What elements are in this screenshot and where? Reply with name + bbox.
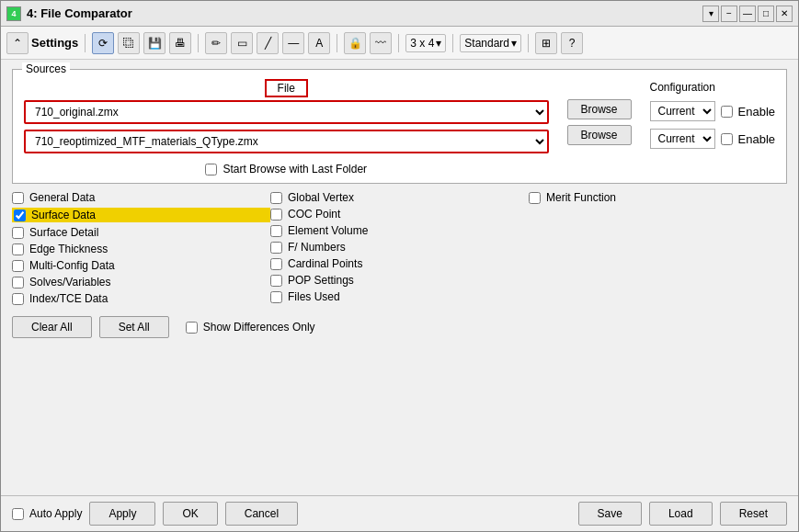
pop-settings-checkbox[interactable] — [270, 275, 282, 287]
global-vertex-checkbox[interactable] — [270, 192, 282, 204]
sep5 — [452, 34, 453, 52]
edge-thickness-checkbox[interactable] — [12, 243, 24, 255]
cb-general-data: General Data — [12, 191, 270, 204]
solves-variables-checkbox[interactable] — [12, 277, 24, 289]
toolbar-save-icon[interactable]: 💾 — [143, 32, 166, 54]
file1-wrapper: 710_original.zmx — [24, 100, 549, 124]
file-section-label: File — [265, 79, 308, 97]
start-browse-checkbox[interactable] — [205, 164, 217, 175]
index-tce-checkbox[interactable] — [12, 293, 24, 305]
set-all-button[interactable]: Set All — [99, 316, 169, 338]
element-volume-checkbox[interactable] — [270, 225, 282, 237]
auto-apply-container: Auto Apply — [12, 507, 82, 520]
config-row-1: Current Enable — [650, 101, 775, 121]
sources-inner: File 710_original.zmx — [24, 81, 775, 175]
cb-files-used: Files Used — [270, 290, 529, 303]
config-section: Configuration Current Enable Current — [650, 81, 775, 175]
f-numbers-label: F/ Numbers — [288, 241, 346, 254]
cb-surface-data: Surface Data — [12, 208, 270, 222]
toolbar-grid-view-icon[interactable]: ⊞ — [535, 32, 557, 54]
f-numbers-checkbox[interactable] — [270, 242, 282, 254]
toolbar-rect-icon[interactable]: ▭ — [231, 32, 253, 54]
cb-element-volume: Element Volume — [270, 224, 529, 237]
start-browse-row: Start Browse with Last Folder — [205, 163, 367, 175]
save-button[interactable]: Save — [578, 502, 642, 526]
toolbar-lock-icon[interactable]: 🔒 — [344, 32, 366, 54]
file2-select[interactable]: 710_reoptimized_MTF_materials_QType.zmx — [26, 131, 547, 152]
cardinal-points-label: Cardinal Points — [288, 257, 362, 270]
toolbar: ⌃ Settings ⟳ ⿻ 💾 🖶 ✏ ▭ ╱ — A 🔒 〰 3 x 4 ▾… — [1, 27, 798, 60]
global-vertex-label: Global Vertex — [288, 191, 354, 204]
multi-config-checkbox[interactable] — [12, 260, 24, 272]
load-button[interactable]: Load — [649, 502, 713, 526]
auto-apply-checkbox[interactable] — [12, 508, 24, 520]
surface-detail-checkbox[interactable] — [12, 227, 24, 239]
buttons-row: Clear All Set All Show Differences Only — [12, 316, 787, 338]
toolbar-wave-icon[interactable]: 〰 — [370, 32, 392, 54]
coc-point-checkbox[interactable] — [270, 209, 282, 221]
general-data-checkbox[interactable] — [12, 192, 24, 204]
grid-label: 3 x 4 — [410, 37, 434, 50]
multi-config-label: Multi-Config Data — [29, 259, 115, 272]
maximize-button[interactable]: □ — [758, 6, 774, 22]
checkbox-col-3: Merit Function — [529, 191, 787, 305]
show-diff-checkbox[interactable] — [186, 322, 198, 334]
unpin-button[interactable]: − — [721, 6, 737, 22]
cb-multi-config: Multi-Config Data — [12, 259, 270, 272]
cb-index-tce: Index/TCE Data — [12, 292, 270, 305]
enable2-checkbox[interactable] — [721, 133, 733, 145]
config2-select[interactable]: Current — [650, 129, 715, 149]
minimize-button[interactable]: — — [739, 6, 756, 22]
merit-function-checkbox[interactable] — [529, 192, 541, 204]
files-used-checkbox[interactable] — [270, 291, 282, 303]
cb-surface-detail: Surface Detail — [12, 226, 270, 239]
sep6 — [528, 34, 529, 52]
window-title: 4: File Comparator — [27, 6, 132, 20]
surface-data-checkbox[interactable] — [14, 209, 26, 221]
cardinal-points-checkbox[interactable] — [270, 258, 282, 270]
cb-cardinal-points: Cardinal Points — [270, 257, 529, 270]
browse2-button[interactable]: Browse — [567, 125, 632, 145]
cb-edge-thickness: Edge Thickness — [12, 243, 270, 255]
titlebar-controls: ▾ − — □ ✕ — [702, 6, 793, 22]
apply-button[interactable]: Apply — [89, 502, 155, 526]
close-button[interactable]: ✕ — [776, 6, 793, 22]
checkboxes-area: General Data Surface Data Surface Detail… — [12, 191, 787, 305]
file1-select[interactable]: 710_original.zmx — [26, 102, 547, 122]
toolbar-grid-dropdown[interactable]: 3 x 4 ▾ — [405, 34, 446, 52]
file-row-2: 710_reoptimized_MTF_materials_QType.zmx — [24, 130, 549, 153]
element-volume-label: Element Volume — [288, 224, 368, 237]
sources-group: Sources File 710_original.zmx — [12, 69, 787, 184]
toolbar-line-icon[interactable]: ╱ — [257, 32, 279, 54]
toolbar-print-icon[interactable]: 🖶 — [169, 32, 191, 54]
cancel-button[interactable]: Cancel — [225, 502, 298, 526]
files-used-label: Files Used — [288, 290, 340, 303]
reset-button[interactable]: Reset — [720, 502, 787, 526]
main-window: 4 4: File Comparator ▾ − — □ ✕ ⌃ Setting… — [0, 0, 799, 532]
sep4 — [398, 34, 399, 52]
config1-select[interactable]: Current — [650, 101, 715, 121]
config-row-2: Current Enable — [650, 129, 775, 149]
standard-chevron-icon: ▾ — [511, 37, 517, 50]
toolbar-dash-icon[interactable]: — — [282, 32, 304, 54]
toolbar-copy-icon[interactable]: ⿻ — [118, 32, 140, 54]
toolbar-refresh-icon[interactable]: ⟳ — [92, 32, 114, 54]
cb-f-numbers: F/ Numbers — [270, 241, 529, 254]
pin-button[interactable]: ▾ — [702, 6, 719, 22]
file-section: File 710_original.zmx — [24, 81, 549, 175]
toolbar-pencil-icon[interactable]: ✏ — [205, 32, 227, 54]
clear-all-button[interactable]: Clear All — [12, 316, 92, 338]
sep1 — [85, 34, 86, 52]
cb-coc-point: COC Point — [270, 208, 529, 221]
toolbar-text-icon[interactable]: A — [308, 32, 330, 54]
general-data-label: General Data — [29, 191, 95, 204]
enable1-checkbox[interactable] — [721, 106, 733, 118]
sep2 — [198, 34, 199, 52]
toolbar-help-icon[interactable]: ? — [561, 32, 583, 54]
enable2-label: Enable — [738, 132, 775, 146]
ok-button[interactable]: OK — [163, 502, 217, 526]
browse1-button[interactable]: Browse — [567, 99, 632, 119]
index-tce-label: Index/TCE Data — [29, 292, 108, 305]
toolbar-standard-dropdown[interactable]: Standard ▾ — [460, 34, 521, 52]
settings-up-icon[interactable]: ⌃ — [6, 32, 29, 54]
